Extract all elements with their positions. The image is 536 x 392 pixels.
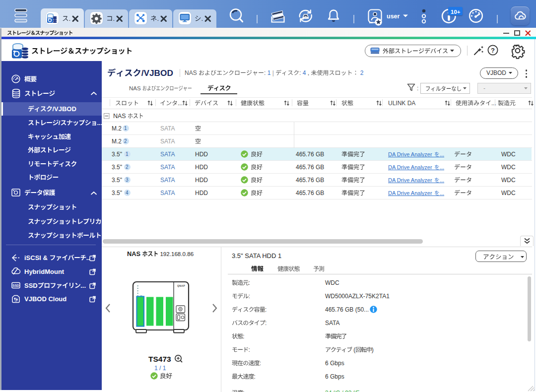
svg-text:...: ... bbox=[440, 177, 444, 183]
svg-text:/VJBOD: /VJBOD bbox=[52, 105, 76, 113]
svg-text::: : bbox=[243, 390, 244, 392]
svg-text:...: ... bbox=[440, 164, 444, 170]
svg-text:...: ... bbox=[491, 100, 496, 107]
svg-text:4: 4 bbox=[126, 190, 129, 196]
svg-text:6 Gbps: 6 Gbps bbox=[325, 360, 344, 367]
svg-text:/: / bbox=[59, 119, 61, 127]
svg-text:4: 4 bbox=[303, 69, 306, 76]
svg-text:HDD: HDD bbox=[195, 151, 208, 158]
svg-text:1: 1 bbox=[124, 126, 127, 131]
svg-text:VJBOD: VJBOD bbox=[486, 69, 506, 76]
svg-text:(: ( bbox=[353, 346, 355, 353]
svg-text:DA Drive Analyzer: DA Drive Analyzer bbox=[388, 164, 432, 170]
svg-text:465.76 GB: 465.76 GB bbox=[296, 151, 324, 158]
svg-text:3.5": 3.5" bbox=[112, 164, 122, 171]
svg-text:M.2: M.2 bbox=[112, 138, 122, 145]
svg-text:HybridMount: HybridMount bbox=[24, 268, 65, 275]
svg-text:WDC: WDC bbox=[501, 190, 516, 196]
svg-text:SATA: SATA bbox=[325, 320, 340, 327]
svg-text:SATA: SATA bbox=[160, 151, 175, 158]
svg-text:465.76 GB: 465.76 GB bbox=[296, 190, 324, 196]
svg-text:3.5": 3.5" bbox=[112, 151, 122, 158]
svg-text:): ) bbox=[372, 346, 374, 353]
svg-text:SSD: SSD bbox=[24, 282, 38, 289]
svg-text:SATA: SATA bbox=[160, 190, 175, 196]
svg-text:SATA: SATA bbox=[160, 125, 175, 132]
svg-text:1: 1 bbox=[268, 69, 271, 76]
svg-text:2: 2 bbox=[126, 164, 129, 170]
svg-text:WDC: WDC bbox=[501, 151, 516, 158]
svg-text:-: - bbox=[483, 85, 485, 92]
svg-text:WDC: WDC bbox=[325, 279, 339, 286]
svg-text:...: ... bbox=[80, 282, 86, 289]
svg-text:1: 1 bbox=[126, 151, 129, 157]
svg-text:3.5" SATA HDD 1: 3.5" SATA HDD 1 bbox=[232, 252, 281, 260]
svg-text:NAS: NAS bbox=[185, 69, 197, 76]
svg-text:DA Drive Analyzer: DA Drive Analyzer bbox=[388, 177, 432, 183]
svg-text:WDC: WDC bbox=[501, 164, 516, 171]
svg-text:...: ... bbox=[440, 190, 444, 196]
svg-text::: : bbox=[299, 69, 301, 76]
svg-text:WD5000AZLX-75K2TA1: WD5000AZLX-75K2TA1 bbox=[325, 293, 390, 300]
svg-text:QNAP: QNAP bbox=[177, 284, 185, 287]
svg-text:NAS: NAS bbox=[129, 85, 141, 91]
svg-text:3.5": 3.5" bbox=[112, 190, 122, 196]
svg-text:34 °C / 93 °F: 34 °C / 93 °F bbox=[325, 390, 359, 392]
svg-text:VJBOD Cloud: VJBOD Cloud bbox=[24, 295, 67, 303]
svg-text::: : bbox=[264, 69, 266, 76]
svg-text:.: . bbox=[201, 15, 203, 22]
svg-text::: : bbox=[249, 293, 250, 300]
svg-text:VJ: VJ bbox=[15, 300, 17, 302]
svg-text:.: . bbox=[113, 15, 115, 22]
svg-text:TS473: TS473 bbox=[148, 355, 171, 363]
svg-text:1 / 1: 1 / 1 bbox=[154, 365, 166, 372]
svg-text:SATA: SATA bbox=[160, 138, 175, 145]
svg-text:2: 2 bbox=[124, 138, 127, 144]
svg-text:,: , bbox=[308, 69, 309, 76]
svg-text:.: . bbox=[157, 15, 159, 22]
svg-text:465.76 GB: 465.76 GB bbox=[296, 177, 324, 184]
svg-text:SSD: SSD bbox=[12, 284, 19, 287]
svg-text:192.168.0.86: 192.168.0.86 bbox=[160, 251, 194, 257]
svg-text::: : bbox=[254, 373, 256, 380]
svg-text::: : bbox=[265, 320, 267, 327]
svg-text:ULINK DA: ULINK DA bbox=[388, 100, 415, 107]
svg-text:6 Gbps: 6 Gbps bbox=[325, 373, 344, 380]
svg-text:iSCSI &: iSCSI & bbox=[24, 254, 48, 261]
svg-text::: : bbox=[260, 360, 261, 367]
svg-text:SATA: SATA bbox=[160, 177, 175, 184]
svg-text:/VJBOD: /VJBOD bbox=[141, 68, 173, 78]
svg-text:HDD: HDD bbox=[195, 190, 208, 196]
svg-text::: : bbox=[249, 346, 250, 353]
svg-text:DA Drive Analyzer: DA Drive Analyzer bbox=[388, 190, 432, 196]
svg-text:user: user bbox=[387, 13, 400, 20]
svg-text:465.76 GB: 465.76 GB bbox=[296, 164, 324, 171]
svg-text:...: ... bbox=[97, 119, 103, 127]
svg-text::: : bbox=[265, 306, 267, 313]
svg-text:HDD: HDD bbox=[195, 177, 208, 184]
svg-text:|: | bbox=[272, 69, 274, 76]
svg-text:WDC: WDC bbox=[501, 177, 516, 184]
svg-text:.: . bbox=[69, 15, 71, 22]
svg-text::: : bbox=[243, 333, 244, 340]
svg-text:10+: 10+ bbox=[451, 9, 461, 15]
svg-text::: : bbox=[417, 85, 418, 92]
svg-text:NAS: NAS bbox=[127, 250, 140, 258]
svg-text:...: ... bbox=[440, 151, 444, 157]
svg-text:HDD: HDD bbox=[195, 164, 208, 171]
svg-text:?: ? bbox=[491, 47, 495, 54]
svg-text:465.76 GB (50...: 465.76 GB (50... bbox=[325, 306, 369, 313]
svg-text:2: 2 bbox=[360, 69, 364, 76]
svg-text:3: 3 bbox=[126, 177, 129, 183]
svg-text:SATA: SATA bbox=[160, 164, 175, 171]
svg-text:NAS: NAS bbox=[113, 113, 126, 120]
svg-text::: : bbox=[249, 279, 250, 286]
svg-text:M.2: M.2 bbox=[112, 125, 122, 132]
svg-text:DA Drive Analyzer: DA Drive Analyzer bbox=[388, 151, 432, 157]
svg-text:3.5": 3.5" bbox=[112, 177, 122, 184]
